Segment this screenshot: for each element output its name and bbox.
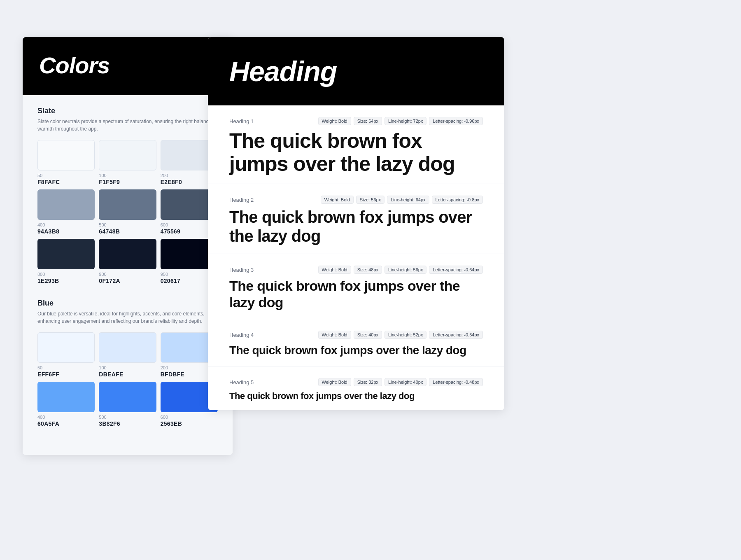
- color-label-hex: DBEAFE: [99, 371, 156, 378]
- color-label-hex: 0F172A: [99, 278, 156, 284]
- heading-badge: Line-height: 64px: [387, 196, 429, 204]
- heading-row-h3: Heading 3Weight: BoldSize: 48pxLine-heig…: [208, 254, 504, 319]
- heading-row-h1: Heading 1Weight: BoldSize: 64pxLine-heig…: [208, 105, 504, 184]
- heading-badge: Weight: Bold: [321, 196, 354, 204]
- heading-badge: Size: 48px: [354, 266, 382, 274]
- color-label-num: 100: [99, 173, 156, 178]
- color-swatch: [99, 332, 156, 363]
- heading-title: Heading: [229, 55, 483, 87]
- heading-badge: Letter-spacing: -0.48px: [429, 378, 483, 386]
- heading-sample-text: The quick brown fox jumps over the lazy …: [229, 278, 483, 310]
- colors-header: Colors: [23, 37, 233, 95]
- color-swatch-wrap: 40060A5FA: [37, 382, 95, 427]
- color-swatch-wrap: 100DBEAFE: [99, 332, 156, 378]
- heading-badge: Size: 64px: [354, 117, 382, 125]
- color-section-desc: Slate color neutrals provide a spectrum …: [37, 118, 218, 133]
- color-swatch: [99, 239, 156, 269]
- color-section-slate: SlateSlate color neutrals provide a spec…: [37, 107, 218, 284]
- heading-badge: Line-height: 72px: [384, 117, 426, 125]
- color-swatch: [37, 239, 95, 269]
- heading-badge: Weight: Bold: [318, 117, 351, 125]
- heading-badges: Weight: BoldSize: 48pxLine-height: 56pxL…: [318, 266, 483, 274]
- heading-badges: Weight: BoldSize: 32pxLine-height: 40pxL…: [318, 378, 483, 386]
- color-section-desc: Our blue palette is versatile, ideal for…: [37, 310, 218, 325]
- color-swatch-wrap: 40094A3B8: [37, 189, 95, 235]
- color-grid: 50F8FAFC100F1F5F9200E2E8F040094A3B850064…: [37, 140, 218, 284]
- color-label-num: 800: [37, 272, 95, 277]
- heading-meta-row: Heading 3Weight: BoldSize: 48pxLine-heig…: [229, 266, 483, 274]
- colors-title: Colors: [39, 52, 216, 79]
- color-label-num: 900: [99, 272, 156, 277]
- color-label-num: 600: [161, 415, 218, 420]
- heading-badge: Weight: Bold: [318, 331, 351, 339]
- color-swatch: [99, 189, 156, 220]
- color-section-blue: BlueOur blue palette is versatile, ideal…: [37, 299, 218, 427]
- color-section-title: Slate: [37, 107, 218, 115]
- heading-sample-text: The quick brown fox jumps over the lazy …: [229, 390, 483, 402]
- heading-label: Heading 3: [229, 267, 254, 273]
- heading-label: Heading 5: [229, 379, 254, 385]
- color-swatch: [37, 140, 95, 170]
- colors-panel: Colors SlateSlate color neutrals provide…: [23, 37, 233, 455]
- color-swatch-wrap: 50EFF6FF: [37, 332, 95, 378]
- color-label-hex: 1E293B: [37, 278, 95, 284]
- heading-badge: Letter-spacing: -0.8px: [432, 196, 483, 204]
- heading-label: Heading 2: [229, 197, 254, 203]
- color-label-hex: 64748B: [99, 228, 156, 235]
- heading-row-h2: Heading 2Weight: BoldSize: 56pxLine-heig…: [208, 184, 504, 254]
- color-label-hex: 94A3B8: [37, 228, 95, 235]
- heading-badge: Size: 40px: [354, 331, 382, 339]
- color-label-num: 500: [99, 415, 156, 420]
- color-label-hex: F1F5F9: [99, 179, 156, 185]
- color-section-title: Blue: [37, 299, 218, 308]
- heading-sample-text: The quick brown fox jumps over the lazy …: [229, 129, 483, 175]
- color-label-num: 100: [99, 365, 156, 370]
- color-swatch: [99, 140, 156, 170]
- heading-badges: Weight: BoldSize: 56pxLine-height: 64pxL…: [321, 196, 483, 204]
- heading-sample-text: The quick brown fox jumps over the lazy …: [229, 343, 483, 358]
- color-swatch-wrap: 50064748B: [99, 189, 156, 235]
- heading-badge: Line-height: 52px: [384, 331, 426, 339]
- heading-sample-text: The quick brown fox jumps over the lazy …: [229, 208, 483, 245]
- heading-badge: Letter-spacing: -0.54px: [429, 331, 483, 339]
- heading-badge: Size: 32px: [354, 378, 382, 386]
- heading-badge: Line-height: 40px: [384, 378, 426, 386]
- heading-panel: Heading Heading 1Weight: BoldSize: 64pxL…: [208, 37, 504, 410]
- heading-label: Heading 1: [229, 118, 254, 124]
- heading-badge: Weight: Bold: [318, 266, 351, 274]
- heading-badges: Weight: BoldSize: 64pxLine-height: 72pxL…: [318, 117, 483, 125]
- color-swatch-wrap: 9000F172A: [99, 239, 156, 284]
- color-swatch: [37, 332, 95, 363]
- color-swatch: [37, 382, 95, 412]
- heading-row-h5: Heading 5Weight: BoldSize: 32pxLine-heig…: [208, 366, 504, 410]
- color-label-num: 500: [99, 222, 156, 227]
- color-label-hex: EFF6FF: [37, 371, 95, 378]
- color-label-hex: 3B82F6: [99, 420, 156, 427]
- color-label-hex: 2563EB: [161, 420, 218, 427]
- color-swatch: [99, 382, 156, 412]
- colors-body: SlateSlate color neutrals provide a spec…: [23, 95, 233, 455]
- color-label-hex: F8FAFC: [37, 179, 95, 185]
- heading-badge: Letter-spacing: -0.96px: [429, 117, 483, 125]
- color-swatch-wrap: 8001E293B: [37, 239, 95, 284]
- heading-header: Heading: [208, 37, 504, 105]
- heading-meta-row: Heading 4Weight: BoldSize: 40pxLine-heig…: [229, 331, 483, 339]
- color-label-num: 50: [37, 173, 95, 178]
- heading-badge: Line-height: 56px: [384, 266, 426, 274]
- heading-meta-row: Heading 1Weight: BoldSize: 64pxLine-heig…: [229, 117, 483, 125]
- color-swatch-wrap: 100F1F5F9: [99, 140, 156, 185]
- heading-body: Heading 1Weight: BoldSize: 64pxLine-heig…: [208, 105, 504, 410]
- heading-meta-row: Heading 2Weight: BoldSize: 56pxLine-heig…: [229, 196, 483, 204]
- color-swatch-wrap: 5003B82F6: [99, 382, 156, 427]
- color-label-num: 400: [37, 222, 95, 227]
- heading-badge: Letter-spacing: -0.64px: [429, 266, 483, 274]
- heading-badge: Size: 56px: [356, 196, 384, 204]
- heading-meta-row: Heading 5Weight: BoldSize: 32pxLine-heig…: [229, 378, 483, 386]
- color-swatch: [37, 189, 95, 220]
- color-swatch-wrap: 50F8FAFC: [37, 140, 95, 185]
- color-label-num: 400: [37, 415, 95, 420]
- color-label-num: 50: [37, 365, 95, 370]
- heading-badges: Weight: BoldSize: 40pxLine-height: 52pxL…: [318, 331, 483, 339]
- heading-label: Heading 4: [229, 332, 254, 338]
- heading-row-h4: Heading 4Weight: BoldSize: 40pxLine-heig…: [208, 319, 504, 366]
